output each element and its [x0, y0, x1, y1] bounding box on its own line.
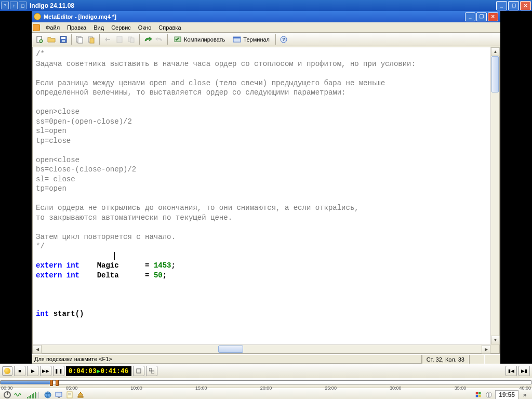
redo-button	[154, 34, 165, 45]
svg-rect-31	[476, 395, 478, 397]
metaeditor-app: MetaEditor - [Indigo.mq4 *] _ ❐ ✕ Файл П…	[32, 11, 500, 364]
collapse-icon[interactable]: »	[521, 391, 529, 399]
paste-button	[114, 34, 125, 45]
new-file-button[interactable]	[34, 34, 45, 45]
svg-rect-11	[130, 38, 134, 43]
flag-icon[interactable]	[474, 391, 483, 399]
play-button[interactable]: ▶	[27, 366, 38, 376]
svg-rect-29	[476, 392, 478, 394]
pause-button[interactable]: ❚❚	[53, 366, 64, 376]
status-bar: Для подсказки нажмите <F1> Ст. 32, Кол. …	[32, 354, 500, 364]
svg-rect-23	[56, 392, 62, 396]
menu-view[interactable]: Вид	[90, 23, 108, 32]
restore-icon[interactable]: ↕	[10, 2, 18, 9]
code-editor[interactable]: /* Задача советника выставить в начале ч…	[32, 47, 500, 354]
record-button[interactable]	[2, 366, 12, 376]
scroll-left-button[interactable]: ◀	[33, 345, 42, 354]
svg-rect-3	[61, 37, 65, 39]
svg-rect-14	[233, 37, 241, 38]
app-minimize-button[interactable]: _	[465, 12, 475, 21]
horizontal-scroll-thumb[interactable]	[218, 345, 243, 353]
svg-rect-28	[78, 396, 83, 397]
app-close-button[interactable]: ✕	[488, 12, 498, 21]
vertical-scroll-thumb[interactable]	[491, 56, 499, 92]
outer-minimize-button[interactable]: _	[496, 1, 507, 10]
globe-icon[interactable]	[44, 391, 52, 399]
text-cursor	[114, 252, 115, 260]
svg-rect-18	[149, 368, 152, 371]
compile-icon	[174, 35, 182, 44]
fullscreen-button[interactable]	[146, 366, 157, 376]
outer-close-button[interactable]: ✕	[520, 1, 531, 10]
status-empty1	[469, 355, 485, 364]
app-small-icon	[33, 24, 40, 31]
vertical-scrollbar[interactable]: ▲ ▼	[490, 47, 499, 344]
svg-rect-8	[90, 38, 94, 43]
scroll-up-button[interactable]: ▲	[491, 47, 500, 56]
outer-window-titlebar: ? ↕ ◻ Indigo 24.11.08 _ ☐ ✕	[0, 0, 532, 11]
terminal-label: Терминал	[243, 36, 270, 43]
stop-button[interactable]: ■	[14, 366, 25, 376]
undo-button[interactable]	[142, 34, 153, 45]
svg-rect-30	[478, 392, 481, 394]
next-track-button[interactable]: ▶▮	[518, 366, 530, 376]
menu-file[interactable]: Файл	[42, 23, 63, 32]
horizontal-scrollbar[interactable]: ◀ ▶	[33, 344, 490, 353]
monitor-icon[interactable]	[55, 391, 63, 399]
app-titlebar: MetaEditor - [Indigo.mq4 *] _ ❐ ✕	[32, 11, 500, 22]
ff-button[interactable]: ▶▶	[40, 366, 51, 376]
power-icon[interactable]	[3, 391, 11, 399]
terminal-icon	[233, 35, 241, 44]
clock-display: 19:55	[495, 390, 518, 400]
cut-button[interactable]	[74, 34, 85, 45]
status-position: Ст. 32, Кол. 33	[422, 355, 469, 364]
maximize-icon[interactable]: ◻	[19, 2, 26, 9]
zoom-window-button[interactable]	[133, 366, 144, 376]
prev-track-button[interactable]: ▮◀	[506, 366, 517, 376]
undo-small-button	[102, 34, 113, 45]
scroll-right-button[interactable]: ▶	[482, 345, 490, 354]
svg-text:i: i	[488, 392, 489, 397]
menu-service[interactable]: Сервис	[108, 23, 135, 32]
outer-maximize-button[interactable]: ☐	[508, 1, 519, 10]
info-icon[interactable]: i	[485, 391, 493, 399]
timeline-row: 00:0005:0010:0015:0020:0025:0030:0035:00…	[0, 378, 532, 388]
svg-rect-19	[152, 371, 154, 374]
paste2-button	[126, 34, 137, 45]
menu-window[interactable]: Окно	[135, 23, 155, 32]
svg-rect-32	[478, 395, 481, 397]
wave-icon[interactable]	[14, 391, 22, 399]
app-restore-button[interactable]: ❐	[476, 12, 487, 21]
app-title: MetaEditor - [Indigo.mq4 *]	[44, 14, 465, 20]
timeline-labels: 00:0005:0010:0015:0020:0025:0030:0035:00…	[0, 385, 532, 391]
terminal-button[interactable]: Терминал	[229, 34, 273, 45]
compile-label: Компилировать	[184, 36, 225, 43]
outer-window-title: Indigo 24.11.08	[30, 2, 496, 9]
svg-text:?: ?	[282, 37, 285, 42]
menu-edit[interactable]: Правка	[63, 23, 90, 32]
scroll-corner	[490, 344, 499, 353]
outer-system-icons: ? ↕ ◻	[1, 2, 26, 9]
note-icon[interactable]	[65, 391, 74, 399]
menu-bar: Файл Правка Вид Сервис Окно Справка	[32, 22, 500, 33]
help-icon[interactable]: ?	[1, 2, 9, 9]
app-icon	[34, 13, 41, 20]
scroll-down-button[interactable]: ▼	[491, 336, 500, 344]
eject-icon[interactable]	[76, 391, 85, 399]
timecode-display: 0:04:03▶0:41:46	[66, 366, 131, 376]
svg-rect-24	[58, 397, 60, 398]
svg-rect-17	[137, 369, 141, 373]
toolbar: Компилировать Терминал ?	[32, 33, 500, 46]
svg-rect-9	[117, 36, 122, 43]
save-button[interactable]	[58, 34, 69, 45]
timeline-track[interactable]	[0, 380, 532, 384]
menu-help[interactable]: Справка	[155, 23, 184, 32]
compile-button[interactable]: Компилировать	[170, 34, 229, 45]
outer-window-controls: _ ☐ ✕	[496, 1, 531, 10]
copy-button[interactable]	[86, 34, 97, 45]
status-empty2	[485, 355, 500, 364]
timeline-progress	[1, 381, 52, 384]
open-file-button[interactable]	[46, 34, 57, 45]
volume-meter	[27, 391, 39, 398]
help-button[interactable]: ?	[278, 34, 289, 45]
